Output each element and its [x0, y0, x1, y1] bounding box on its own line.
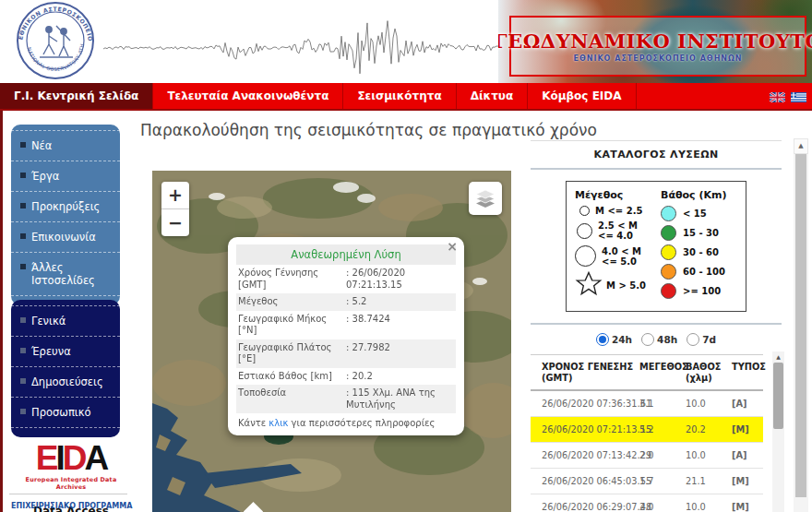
map-zoom-control: + −: [161, 182, 189, 236]
table-scrollbar[interactable]: ▲: [772, 351, 784, 512]
institute-banner: ΓΕΩΔΥΝΑΜΙΚΟ ΙΝΣΤΙΤΟΥΤΟ ΕΘΝΙΚΟ ΑΣΤΕΡΟΣΚΟΠ…: [498, 0, 812, 83]
eida-tagline: European Integrated Data Archives: [13, 476, 129, 491]
time-range-selector: 24h 48h 7d: [531, 325, 782, 354]
zoom-in-button[interactable]: +: [161, 182, 189, 209]
col-header-depth[interactable]: ΒΑΘΟΣ (χλμ): [684, 355, 730, 391]
observatory-seal-logo: ΕΘΝΙΚΟΝ ΑΣΤΕΡΟΣΚΟΠΕΙΟΝ ΑΘΗΝΩΝ NATIONAL O…: [9, 1, 102, 80]
legend-depth-5: >= 100: [661, 283, 737, 299]
legend-depth-3: 30 - 60: [661, 244, 737, 260]
type-cell: [A]: [730, 390, 763, 417]
nav-eida-node[interactable]: Κόμβος EIDA: [528, 83, 636, 109]
bullet-icon: [20, 317, 26, 323]
solutions-catalog-panel: ΚΑΤΑΛΟΓΟΣ ΛΥΣΕΩΝ Μέγεθος M <= 2.5 2.5 < …: [531, 140, 782, 512]
divider: [9, 494, 127, 494]
map-legend: Μέγεθος M <= 2.5 2.5 < M <= 4.0 4.0 < M …: [566, 181, 746, 312]
more-info-link[interactable]: κλικ: [269, 418, 288, 428]
popup-title: Αναθεωρημένη Λύση: [236, 244, 456, 265]
table-row[interactable]: 26/06/2020 07:13:42.292.0 10.0[A]: [531, 443, 763, 469]
sidebar-item-alles-istoselides[interactable]: Άλλες Ιστοσελίδες: [11, 252, 120, 295]
sidebar-item-epikoinonia[interactable]: Επικοινωνία: [11, 221, 120, 252]
legend-mag-2: 2.5 < M <= 4.0: [575, 220, 651, 241]
zoom-out-button[interactable]: −: [161, 209, 189, 236]
legend-depth-1: < 15: [661, 206, 737, 221]
sidebar-item-nea[interactable]: Νέα: [11, 130, 120, 161]
depth-legend: Βάθος (Km) < 15 15 - 30 30 - 60 60 - 100…: [661, 189, 737, 304]
nav-seismicity[interactable]: Σεισμικότητα: [343, 83, 456, 109]
table-row[interactable]: 26/06/2020 06:29:07.482.0 10.0[M]: [531, 494, 763, 512]
small-circle-icon: [579, 206, 590, 216]
layers-icon: [474, 188, 496, 208]
legend-depth-2: 15 - 30: [661, 225, 737, 241]
range-24h-radio[interactable]: 24h: [596, 333, 632, 346]
bullet-icon: [20, 203, 26, 208]
bullet-icon: [20, 233, 26, 239]
sidebar-item-erevna[interactable]: Έρευνα: [11, 336, 120, 366]
popup-row-magnitude: Μέγεθος : 5.2: [236, 293, 456, 311]
col-header-time[interactable]: ΧΡΟΝΟΣ ΓΕΝΕΣΗΣ (GMT): [531, 355, 638, 391]
eida-logo[interactable]: EIDA: [13, 441, 129, 475]
depth-color-dot: [661, 206, 676, 221]
table-row[interactable]: 26/06/2020 07:36:31.613.1 10.0[A]: [531, 390, 763, 417]
uk-flag-icon[interactable]: [770, 89, 785, 106]
col-header-magnitude[interactable]: ΜΕΓΕΘΟΣ: [638, 355, 684, 391]
page-left-border: [0, 111, 3, 512]
earthquake-table: ΧΡΟΝΟΣ ΓΕΝΕΣΗΣ (GMT) ΜΕΓΕΘΟΣ ΒΑΘΟΣ (χλμ)…: [531, 354, 763, 512]
radio-icon: [596, 333, 609, 346]
depth-color-dot: [661, 225, 676, 241]
legend-mag-4: M > 5.0: [575, 271, 651, 299]
radio-icon: [687, 333, 699, 346]
range-7d-radio[interactable]: 7d: [687, 333, 716, 346]
sidebar-item-dimosieuseis[interactable]: Δημοσιεύσεις: [11, 366, 120, 397]
institute-subtitle: ΕΘΝΙΚΟ ΑΣΤΕΡΟΣΚΟΠΕΙΟ ΑΘΗΝΩΝ: [573, 54, 742, 63]
sidebar-primary: Νέα Έργα Προκηρύξεις Επικοινωνία Άλλες Ι…: [11, 125, 120, 305]
table-header-row: ΧΡΟΝΟΣ ΓΕΝΕΣΗΣ (GMT) ΜΕΓΕΘΟΣ ΒΑΘΟΣ (χλμ)…: [531, 355, 763, 391]
layers-button[interactable]: [469, 182, 502, 215]
legend-depth-4: 60 - 100: [661, 264, 737, 280]
popup-row-location: Τοποθεσία : 115 Χλμ. ΑΝΑ της Μυτιλήνης: [236, 385, 456, 413]
type-cell: [M]: [730, 494, 763, 512]
medium-circle-icon: [577, 223, 592, 239]
popup-row-longitude: Γεωγραφικό Μήκος [°N] : 38.7424: [236, 311, 456, 339]
greece-flag-icon[interactable]: [791, 89, 806, 106]
earthquake-popup: × Αναθεωρημένη Λύση Χρόνος Γέννησης [GMT…: [228, 237, 464, 435]
nav-networks[interactable]: Δίκτυα: [457, 83, 529, 109]
magnitude-legend: Μέγεθος M <= 2.5 2.5 < M <= 4.0 4.0 < M …: [575, 189, 651, 304]
depth-color-dot: [661, 244, 676, 260]
banner-frame: ΓΕΩΔΥΝΑΜΙΚΟ ΙΝΣΤΙΤΟΥΤΟ ΕΘΝΙΚΟ ΑΣΤΕΡΟΣΚΟΠ…: [509, 16, 806, 77]
divider: [531, 168, 782, 170]
type-cell: [A]: [730, 443, 763, 469]
popup-row-origin-time: Χρόνος Γέννησης [GMT] : 26/06/2020 07:21…: [236, 265, 456, 293]
seismicity-map[interactable]: + − × Αναθεωρημένη Λύση Χρόνος Γέννησης …: [152, 171, 511, 512]
sidebar-secondary: Γενικά Έρευνα Δημοσιεύσεις Προσωπικό: [11, 300, 120, 437]
radio-icon: [641, 333, 654, 346]
sidebar-item-prokirixeis[interactable]: Προκηρύξεις: [11, 191, 120, 221]
institute-title: ΓΕΩΔΥΝΑΜΙΚΟ ΙΝΣΤΙΤΟΥΤΟ: [498, 30, 812, 53]
large-circle-icon: [575, 245, 596, 267]
legend-mag-3: 4.0 < M <= 5.0: [575, 245, 651, 267]
operational-program-label: ΕΠΙΧΕΙΡΗΣΙΑΚΟ ΠΡΟΓΡΑΜΜΑ: [11, 502, 132, 510]
close-icon[interactable]: ×: [447, 240, 458, 253]
bullet-icon: [20, 264, 26, 269]
sidebar-item-genika[interactable]: Γενικά: [11, 305, 120, 336]
range-48h-radio[interactable]: 48h: [641, 333, 677, 346]
type-cell: [M]: [730, 469, 763, 494]
bullet-icon: [20, 142, 26, 148]
scrollbar-thumb[interactable]: [773, 363, 783, 429]
sidebar-item-prosopiko[interactable]: Προσωπικό: [11, 397, 120, 427]
page-title: Παρακολούθηση της σεισμικότητας σε πραγμ…: [140, 121, 597, 139]
bullet-icon: [20, 348, 26, 353]
col-header-type[interactable]: ΤΥΠΟΣ: [730, 355, 763, 391]
depth-color-dot: [661, 264, 676, 280]
page-scrollbar[interactable]: ▲: [794, 138, 808, 512]
table-row[interactable]: 26/06/2020 06:45:03.551.7 21.1[M]: [531, 469, 763, 494]
sidebar-item-erga[interactable]: Έργα: [11, 161, 120, 191]
scroll-up-icon[interactable]: ▲: [772, 351, 784, 362]
nav-announcements[interactable]: Τελευταία Ανακοινωθέντα: [153, 83, 343, 109]
popup-row-latitude: Γεωγραφικό Πλάτος [°E] : 27.7982: [236, 339, 456, 368]
scroll-up-icon[interactable]: ▲: [794, 138, 808, 154]
table-row[interactable]: 26/06/2020 07:21:13.155.2 20.2[M]: [531, 417, 763, 443]
bullet-icon: [20, 173, 26, 178]
nav-home[interactable]: Γ.Ι. Κεντρική Σελίδα: [0, 83, 153, 109]
type-cell: [M]: [730, 417, 763, 443]
scrollbar-thumb[interactable]: [795, 154, 806, 497]
